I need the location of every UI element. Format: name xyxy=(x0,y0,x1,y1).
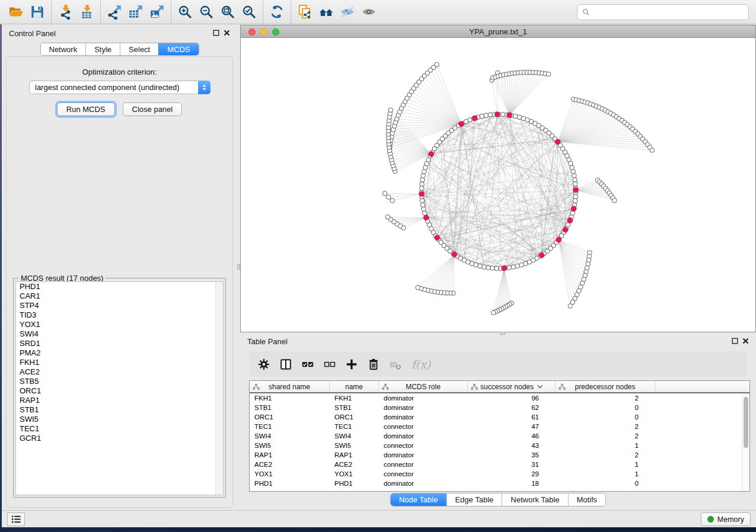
tab-motifs[interactable]: Motifs xyxy=(567,493,605,506)
open-file-button[interactable] xyxy=(5,2,27,22)
mcds-result-item[interactable]: GCR1 xyxy=(16,434,223,443)
memory-button[interactable]: Memory xyxy=(701,512,751,526)
tab-node-table[interactable]: Node Table xyxy=(391,493,446,506)
network-node[interactable] xyxy=(511,265,516,270)
delete-entry-button[interactable] xyxy=(365,355,382,373)
mcds-result-item[interactable]: FKH1 xyxy=(16,358,223,367)
tab-style[interactable]: Style xyxy=(85,43,120,55)
mcds-result-item[interactable]: ORC1 xyxy=(16,386,223,396)
deselect-all-button[interactable] xyxy=(321,355,339,373)
network-node[interactable] xyxy=(486,265,491,270)
mcds-result-item[interactable]: RAP1 xyxy=(16,396,223,405)
network-node[interactable] xyxy=(515,264,520,268)
mcds-result-item[interactable]: SWI5 xyxy=(16,415,223,424)
table-scrollbar-thumb[interactable] xyxy=(744,397,748,448)
mcds-dominator-node[interactable] xyxy=(507,113,512,118)
export-image-button[interactable] xyxy=(146,2,168,22)
mcds-result-item[interactable]: SWI4 xyxy=(16,329,223,339)
column-header-successor-nodes[interactable]: successor nodes xyxy=(468,381,556,392)
table-row[interactable]: FKH1FKH1dominator962 xyxy=(250,393,742,403)
network-node[interactable] xyxy=(423,211,428,216)
table-row[interactable]: ORC1ORC1dominator610 xyxy=(250,412,742,422)
network-node[interactable] xyxy=(435,62,439,67)
clone-network-button[interactable] xyxy=(294,2,315,22)
close-panel-icon[interactable] xyxy=(224,30,230,36)
table-row[interactable]: RAP1RAP1dominator352 xyxy=(250,450,742,460)
mcds-result-item[interactable]: PHD1 xyxy=(16,282,223,291)
network-node[interactable] xyxy=(421,174,426,178)
zoom-in-button[interactable] xyxy=(174,2,196,22)
network-canvas[interactable] xyxy=(241,38,755,332)
mcds-dominator-node[interactable] xyxy=(429,152,434,157)
mcds-result-item[interactable]: YOX1 xyxy=(16,320,223,329)
network-node[interactable] xyxy=(490,266,495,271)
network-node[interactable] xyxy=(500,112,505,117)
table-row[interactable]: STB1STB1dominator620 xyxy=(250,403,742,412)
network-node[interactable] xyxy=(507,265,512,270)
mcds-result-item[interactable]: PMA2 xyxy=(16,348,223,358)
table-scrollbar[interactable] xyxy=(742,393,749,491)
mcds-dominator-node[interactable] xyxy=(419,191,425,197)
network-node[interactable] xyxy=(571,169,576,174)
mcds-dominator-node[interactable] xyxy=(473,116,478,121)
network-node[interactable] xyxy=(422,207,426,211)
tab-edge-table[interactable]: Edge Table xyxy=(446,493,502,506)
network-node[interactable] xyxy=(519,262,524,267)
first-neighbors-button[interactable] xyxy=(315,2,337,22)
mcds-dominator-node[interactable] xyxy=(435,235,440,241)
network-node[interactable] xyxy=(573,198,578,203)
column-header-MCDS-role[interactable]: MCDS role xyxy=(379,381,468,392)
network-node[interactable] xyxy=(573,178,578,182)
table-row[interactable]: SWI4SWI4dominator462 xyxy=(250,431,742,441)
tab-select[interactable]: Select xyxy=(120,43,158,55)
criterion-select[interactable]: largest connected component (undirected) xyxy=(29,81,210,94)
mcds-dominator-node[interactable] xyxy=(556,238,562,243)
close-panel-button[interactable]: Close panel xyxy=(123,102,183,116)
table-row[interactable]: SWI5SWI5connector431 xyxy=(250,441,742,450)
mcds-result-item[interactable]: STB5 xyxy=(16,377,223,386)
network-node[interactable] xyxy=(420,203,425,207)
mcds-result-item[interactable]: STB1 xyxy=(16,405,223,415)
export-network-button[interactable] xyxy=(104,2,125,22)
network-node[interactable] xyxy=(573,194,578,199)
mcds-dominator-node[interactable] xyxy=(502,265,507,271)
column-header-shared-name[interactable]: shared name xyxy=(250,381,330,392)
network-node[interactable] xyxy=(387,195,391,200)
float-panel-icon[interactable] xyxy=(213,30,219,36)
zoom-selected-button[interactable] xyxy=(238,2,260,22)
horizontal-splitter-grip[interactable] xyxy=(500,332,505,335)
column-layout-button[interactable] xyxy=(277,355,295,373)
table-row[interactable]: TEC1TEC1connector472 xyxy=(250,422,742,431)
network-node[interactable] xyxy=(419,186,424,191)
network-node[interactable] xyxy=(416,286,420,290)
mcds-dominator-node[interactable] xyxy=(424,215,429,220)
network-node[interactable] xyxy=(382,191,387,196)
network-node[interactable] xyxy=(568,304,573,309)
network-node[interactable] xyxy=(572,174,577,178)
network-node[interactable] xyxy=(573,182,578,187)
network-node[interactable] xyxy=(420,198,425,203)
mcds-list-scrollbar[interactable] xyxy=(215,282,223,495)
mcds-dominator-node[interactable] xyxy=(555,139,560,145)
table-row[interactable]: PHD1PHD1dominator180 xyxy=(250,479,742,488)
network-node[interactable] xyxy=(478,264,483,268)
network-node[interactable] xyxy=(491,310,496,315)
run-mcds-button[interactable]: Run MCDS xyxy=(57,102,115,116)
mcds-result-item[interactable]: CAR1 xyxy=(16,291,223,301)
mcds-dominator-node[interactable] xyxy=(539,253,544,258)
column-header-predecessor-nodes[interactable]: predecessor nodes xyxy=(556,381,655,392)
mcds-result-list[interactable]: PHD1CAR1STP4TID3YOX1SWI4SRD1PMA2FKH1ACE2… xyxy=(15,281,224,495)
network-node[interactable] xyxy=(484,113,489,118)
settings-button[interactable] xyxy=(255,355,273,373)
tab-mcds[interactable]: MCDS xyxy=(158,43,198,55)
network-node[interactable] xyxy=(390,198,395,203)
table-close-panel-icon[interactable] xyxy=(742,338,749,344)
network-node[interactable] xyxy=(488,113,493,117)
import-network-button[interactable] xyxy=(55,2,76,22)
mcds-dominator-node[interactable] xyxy=(571,206,576,211)
task-history-button[interactable] xyxy=(7,512,25,526)
mcds-result-item[interactable]: ACE2 xyxy=(16,367,223,377)
tab-network-table[interactable]: Network Table xyxy=(502,493,567,506)
network-node[interactable] xyxy=(420,182,425,187)
zoom-out-button[interactable] xyxy=(196,2,217,22)
